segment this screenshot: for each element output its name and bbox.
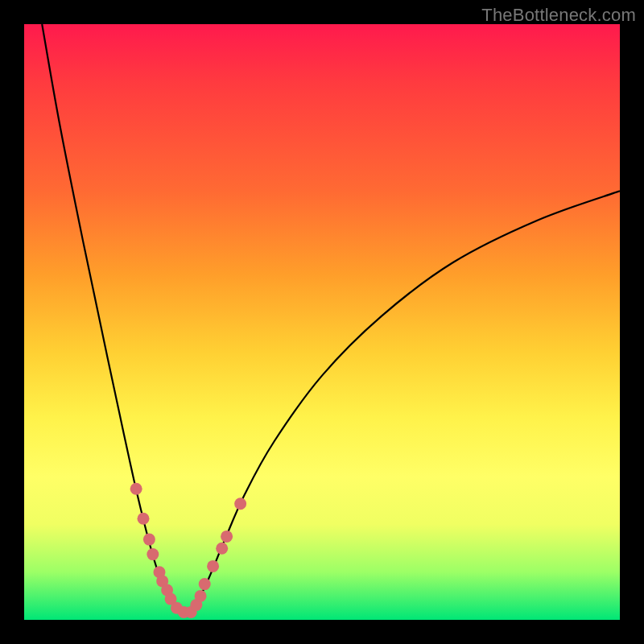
right-curve bbox=[185, 191, 620, 613]
sample-dot bbox=[216, 543, 228, 555]
sample-dot bbox=[195, 590, 207, 602]
sample-dot bbox=[130, 483, 142, 495]
sample-dot bbox=[221, 530, 233, 543]
sample-dots bbox=[130, 483, 247, 618]
plot-area bbox=[24, 24, 620, 620]
sample-dot bbox=[207, 560, 219, 572]
watermark-text: TheBottleneck.com bbox=[481, 5, 636, 26]
chart-svg bbox=[24, 24, 620, 620]
sample-dot bbox=[147, 548, 159, 560]
outer-frame: TheBottleneck.com bbox=[0, 0, 644, 644]
sample-dot bbox=[199, 578, 211, 590]
sample-dot bbox=[138, 513, 150, 525]
sample-dot bbox=[234, 497, 246, 510]
left-curve bbox=[42, 24, 185, 614]
sample-dot bbox=[143, 534, 155, 546]
